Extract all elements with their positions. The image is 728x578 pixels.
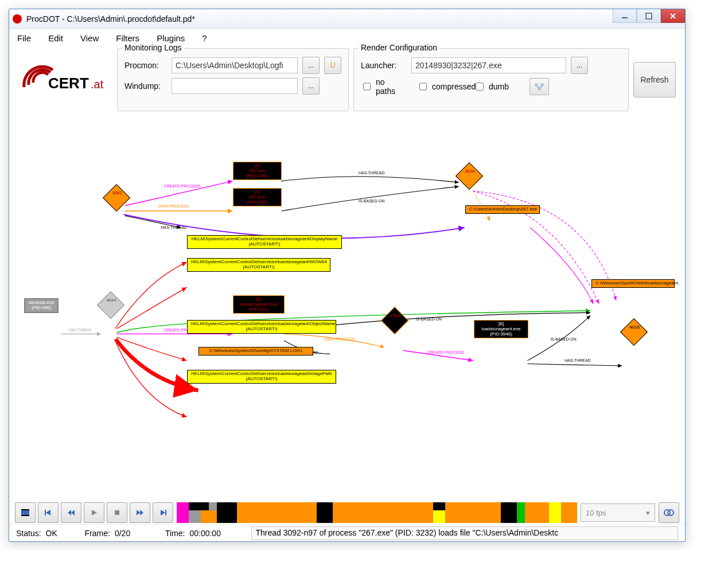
node-267-1[interactable]: [5] 267.exe (PID:1240) [233,162,282,180]
render-config-group: Render Configuration Launcher: ... no pa… [353,48,629,111]
svg-text:IS-BASED-ON: IS-BASED-ON [550,336,576,342]
launcher-label: Launcher: [361,61,407,70]
monitoring-title: Monitoring Logs [122,43,184,52]
logo: CERT .at [15,48,112,111]
dumb-checkbox[interactable]: dumb [473,81,516,92]
menu-plugins[interactable]: Plugins [157,33,185,43]
menu-view[interactable]: View [80,33,99,43]
maximize-button[interactable] [637,9,661,23]
svg-text:IS-BASED-ON: IS-BASED-ON [416,317,442,322]
svg-line-10 [540,85,542,88]
fps-select[interactable]: 10 fps ▾ [581,503,655,522]
svg-rect-35 [45,510,46,515]
procmon-browse-button[interactable]: ... [302,57,320,74]
timeline-area: 10 fps ▾ [9,501,685,524]
node-d3092[interactable]: 3092 [103,184,130,212]
procmon-input[interactable] [172,57,298,73]
status-label: Status: [16,529,41,538]
windump-input[interactable] [172,78,298,94]
top-panels: CERT .at Monitoring Logs Procmon: ... U … [9,47,685,114]
svg-line-11 [125,181,233,206]
procmon-label: Procmon: [124,61,167,70]
svg-rect-34 [21,515,29,516]
node-file3[interactable]: C:\Windows\System32\config\SYSTEM.LOG1 [198,347,313,356]
svg-marker-37 [68,510,71,515]
svg-rect-44 [165,510,166,515]
statusbar: Status: OK Frame: 0/20 Time: 00:00:00 Th… [9,524,685,541]
svg-text:CREATE-PROCESS: CREATE-PROCESS [427,350,464,356]
monitoring-logs-group: Monitoring Logs Procmon: ... U Windump: … [117,48,349,111]
window-title: ProcDOT - C:\Users\Admin\.procdot\defaul… [26,14,195,24]
svg-text:CERT: CERT [48,75,89,92]
svg-text:HAS-THREAD: HAS-THREAD [565,358,591,364]
procmon-utility-button[interactable]: U [324,57,341,74]
movie-button[interactable] [15,502,36,523]
step-back-button[interactable] [61,502,81,523]
refresh-button[interactable]: Refresh [633,62,676,97]
stop-button[interactable] [107,502,127,523]
windump-label: Windump: [124,81,167,91]
svg-text:IS-BASED-ON: IS-BASED-ON [359,198,384,204]
svg-line-26 [403,350,473,360]
svg-marker-42 [140,510,143,515]
skip-start-button[interactable] [38,502,59,523]
graph-canvas[interactable]: CREATE-PROCESS OWN-PROCESS HAS-THREAD HA… [15,115,679,500]
svg-line-15 [125,216,181,228]
svg-text:CREATE-PROCESS: CREATE-PROCESS [164,183,201,189]
timeline-scrubber[interactable] [177,502,577,523]
svg-text:.at: .at [91,78,104,91]
frame-value: 0/20 [115,529,161,538]
svg-marker-41 [137,510,140,515]
minimize-button[interactable] [613,9,637,23]
skip-end-button[interactable] [153,502,173,523]
launcher-input[interactable] [411,57,566,73]
svg-text:HAS-THREAD: HAS-THREAD [161,225,188,231]
svg-line-9 [537,85,539,88]
app-window: ProcDOT - C:\Users\Admin\.procdot\defaul… [9,9,686,542]
chevron-down-icon: ▾ [646,509,650,517]
node-reg1[interactable]: HKLM\System\CurrentControlSet\services\l… [187,235,342,249]
loop-button[interactable] [659,502,679,523]
node-d4028[interactable]: 4028 [620,318,648,346]
node-d4844[interactable]: 4844 [97,291,124,319]
node-file1[interactable]: C:\Users\Admin\Desktop\267.exe [465,205,540,214]
node-file2[interactable]: C:\Windows\SysWOW64\loadstorageant.exe [591,279,675,288]
graph-options-button[interactable] [530,78,549,95]
menu-edit[interactable]: Edit [48,33,63,43]
svg-text:HAS-THREAD: HAS-THREAD [69,327,92,331]
render-title: Render Configuration [359,43,439,52]
node-loadstorage2[interactable]: [6] loadstorageant.exe (PID:3948) [474,320,528,338]
compressed-checkbox[interactable]: compressed [417,81,460,92]
node-d3636[interactable]: 3636 [456,162,483,190]
menu-help[interactable]: ? [202,33,207,43]
svg-text:OWN-PROCESS: OWN-PROCESS [324,336,355,342]
svg-rect-33 [21,509,29,510]
time-value: 00:00:00 [189,529,247,538]
launcher-browse-button[interactable]: ... [571,57,588,74]
close-button[interactable] [661,9,685,23]
app-icon [13,14,22,24]
node-267-2[interactable]: [7] 267.exe (PID:3232) [233,188,282,206]
menu-filters[interactable]: Filters [116,33,139,43]
node-reg2[interactable]: HKLM\System\CurrentControlSet\services\l… [187,258,330,272]
frame-label: Frame: [85,529,110,538]
node-loadstorage[interactable]: [5] loadstorageant.exe (PID:912) [233,295,285,314]
svg-marker-36 [46,510,50,515]
status-detail: Thread 3092-n97 of process "267.exe" (PI… [251,526,678,540]
node-d1916[interactable]: 1916 [381,307,408,334]
titlebar[interactable]: ProcDOT - C:\Users\Admin\.procdot\defaul… [9,9,685,29]
no-paths-checkbox[interactable]: no paths [361,77,403,96]
node-reg3[interactable]: HKLM\System\CurrentControlSet\services\l… [187,320,336,334]
svg-marker-43 [161,510,165,515]
svg-text:OWN-PROCESS: OWN-PROCESS [158,204,189,209]
menu-file[interactable]: File [17,33,31,43]
play-button[interactable] [84,502,104,523]
status-value: OK [46,529,80,538]
svg-rect-40 [115,510,119,515]
svg-text:HAS-THREAD: HAS-THREAD [359,170,385,176]
node-services[interactable]: services.exe (PID:496) [24,298,59,313]
step-fwd-button[interactable] [130,502,150,523]
svg-marker-38 [71,510,75,515]
node-reg4[interactable]: HKLM\System\CurrentControlSet\services\l… [187,370,336,384]
windump-browse-button[interactable]: ... [302,77,320,95]
